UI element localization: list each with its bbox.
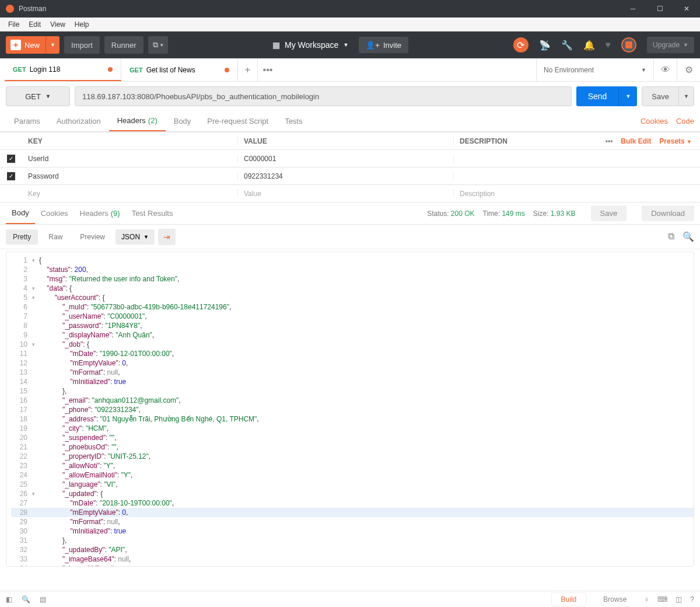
tab-headers[interactable]: Headers (2) [109, 111, 166, 131]
unsaved-indicator-icon [225, 68, 229, 72]
capture-icon[interactable]: 📡 [539, 40, 551, 51]
heart-icon[interactable]: ♥ [606, 40, 611, 50]
maximize-button[interactable]: ☐ [646, 0, 673, 18]
mode-browse[interactable]: Browse [594, 593, 636, 606]
header-more-icon[interactable]: ••• [606, 137, 613, 145]
tab-params[interactable]: Params [6, 111, 48, 131]
mode-build[interactable]: Build [552, 593, 586, 606]
code-link[interactable]: Code [676, 117, 694, 125]
env-settings-icon[interactable]: ⚙ [677, 58, 700, 81]
download-response-button[interactable]: Download [642, 205, 694, 221]
menu-file[interactable]: File [4, 20, 24, 29]
search-icon[interactable]: 🔍 [682, 231, 694, 242]
header-row[interactable]: ✓ UserId C0000001 [0, 149, 700, 167]
response-body-editor[interactable]: 1▾{2 "status": 200,3 "msg": "Returned th… [6, 252, 694, 567]
tab-menu-button[interactable]: ••• [258, 58, 278, 81]
bootcamp-icon[interactable]: ♀ [644, 595, 649, 603]
workspace-grid-icon: ▦ [272, 40, 280, 50]
resp-tab-headers[interactable]: Headers (9) [74, 203, 126, 224]
find-icon[interactable]: 🔍 [22, 595, 30, 603]
sidebar-toggle-icon[interactable]: ◧ [6, 595, 12, 603]
save-button[interactable]: Save ▼ [642, 86, 694, 106]
env-quicklook-icon[interactable]: 👁 [653, 58, 677, 81]
save-response-button[interactable]: Save [591, 205, 627, 221]
request-tab-news[interactable]: GET Get list of News [121, 58, 238, 81]
checkbox-icon[interactable]: ✓ [7, 155, 15, 163]
header-col-desc: DESCRIPTION [454, 137, 583, 145]
send-dropdown-icon[interactable]: ▼ [618, 86, 637, 106]
menu-view[interactable]: View [46, 20, 70, 29]
header-row[interactable]: ✓ Password 0922331234 [0, 167, 700, 184]
window-title: Postman [19, 5, 46, 13]
presets-link[interactable]: Presets ▼ [659, 137, 692, 145]
upgrade-button[interactable]: Upgrade ▼ [647, 37, 694, 53]
url-input[interactable] [75, 86, 572, 106]
copy-icon[interactable]: ⧉ [668, 231, 674, 242]
import-button[interactable]: Import [64, 36, 100, 54]
new-dropdown-icon[interactable]: ▼ [46, 36, 60, 54]
save-dropdown-icon[interactable]: ▼ [678, 87, 694, 106]
runner-button[interactable]: Runner [104, 36, 144, 54]
cookies-link[interactable]: Cookies [640, 117, 668, 125]
workspace-selector[interactable]: ▦ My Workspace ▼ [272, 40, 348, 50]
add-tab-button[interactable]: + [238, 58, 258, 81]
invite-user-icon: 👤+ [366, 41, 380, 50]
tab-tests[interactable]: Tests [276, 111, 310, 131]
menubar: File Edit View Help [0, 18, 700, 32]
header-row-new[interactable]: Key Value Description [0, 184, 700, 202]
shortcuts-icon[interactable]: ⌨ [657, 595, 667, 603]
resp-tab-cookies[interactable]: Cookies [35, 203, 74, 224]
sync-icon[interactable]: ⟳ [513, 37, 528, 53]
view-preview[interactable]: Preview [73, 229, 112, 245]
resp-tab-testresults[interactable]: Test Results [126, 203, 179, 224]
new-plus-icon: + [10, 40, 21, 50]
status-value: 200 OK [451, 210, 475, 218]
header-col-key: KEY [22, 137, 238, 145]
bell-icon[interactable]: 🔔 [583, 40, 595, 51]
format-selector[interactable]: JSON▼ [116, 229, 155, 245]
size-value: 1.93 KB [551, 210, 576, 218]
checkbox-icon[interactable]: ✓ [7, 172, 15, 180]
close-button[interactable]: ✕ [673, 0, 700, 18]
view-raw[interactable]: Raw [41, 229, 69, 245]
layout-icon[interactable]: ◫ [676, 595, 682, 603]
header-col-value: VALUE [238, 137, 454, 145]
menu-edit[interactable]: Edit [24, 20, 46, 29]
new-window-icon[interactable]: ⧉ ▾ [148, 36, 168, 54]
environment-selector[interactable]: No Environment ▼ [537, 58, 653, 81]
unsaved-indicator-icon [108, 67, 113, 72]
wrench-icon[interactable]: 🔧 [561, 40, 573, 51]
app-logo-icon [6, 5, 14, 13]
help-icon[interactable]: ? [690, 595, 694, 603]
new-button[interactable]: + New ▼ [6, 36, 60, 54]
tab-authorization[interactable]: Authorization [48, 111, 109, 131]
method-selector[interactable]: GET ▼ [6, 86, 70, 106]
menu-help[interactable]: Help [70, 20, 94, 29]
time-value: 149 ms [502, 210, 524, 218]
minimize-button[interactable]: ─ [620, 0, 646, 18]
console-icon[interactable]: ▤ [40, 595, 46, 603]
send-button[interactable]: Send ▼ [576, 86, 638, 106]
invite-button[interactable]: 👤+ Invite [359, 37, 408, 53]
user-avatar[interactable] [621, 37, 636, 53]
request-tab-login[interactable]: GET Login 118 [5, 58, 121, 81]
tab-prerequest[interactable]: Pre-request Script [199, 111, 276, 131]
tab-body[interactable]: Body [166, 111, 200, 131]
wrap-lines-icon[interactable]: ⇥ [158, 229, 176, 245]
view-pretty[interactable]: Pretty [6, 229, 38, 245]
resp-tab-body[interactable]: Body [6, 203, 35, 224]
bulk-edit-link[interactable]: Bulk Edit [621, 137, 651, 145]
